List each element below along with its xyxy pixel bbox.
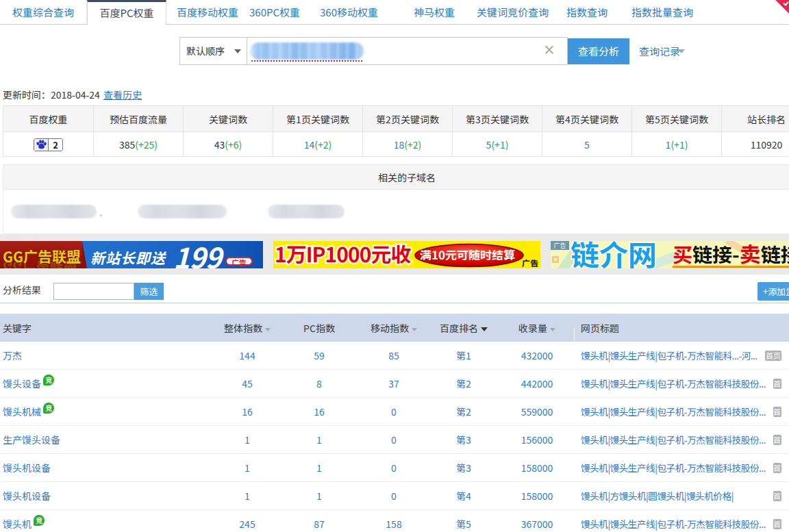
svg-text:1万IP1000元收: 1万IP1000元收 bbox=[275, 241, 411, 268]
svg-text:买链接-卖链接: 买链接-卖链接 bbox=[673, 241, 789, 268]
svg-text:满10元可随时结算: 满10元可随时结算 bbox=[420, 246, 515, 263]
svg-text:链介网: 链介网 bbox=[571, 241, 657, 268]
